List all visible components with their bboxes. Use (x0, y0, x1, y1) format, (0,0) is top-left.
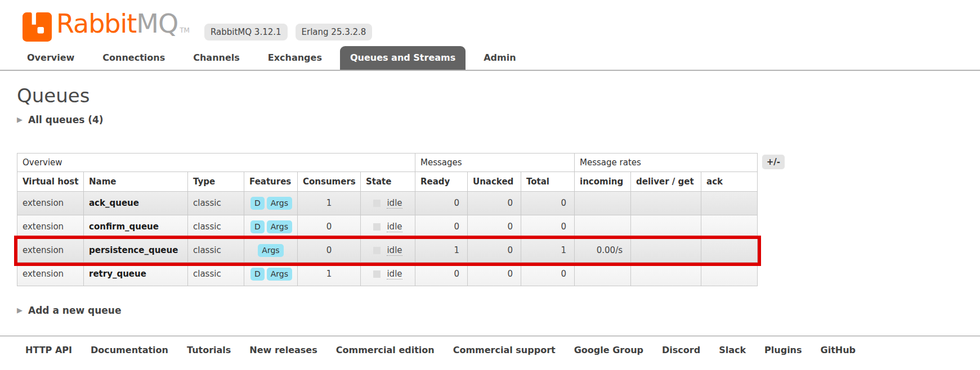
column-header-row: Virtual hostNameTypeFeaturesConsumersSta… (17, 172, 758, 192)
version-badge-rabbitmq-3-12-1: RabbitMQ 3.12.1 (204, 24, 288, 40)
column-header-total[interactable]: Total (521, 172, 575, 192)
queue-name-link[interactable]: ack_queue (89, 198, 139, 208)
type-cell: classic (188, 192, 244, 215)
consumers-cell: 0 (298, 239, 361, 263)
feature-badge-d: D (250, 268, 265, 281)
expand-arrow-icon: ▶ (17, 304, 23, 317)
column-group-row: OverviewMessagesMessage rates (17, 154, 758, 172)
rabbitmq-logo[interactable]: RabbitMQTM (23, 9, 190, 45)
unacked-cell: 0 (468, 239, 521, 263)
consumers-cell: 1 (298, 192, 361, 215)
state-cell: idle (361, 192, 415, 215)
features-cell: DArgs (244, 192, 298, 215)
queue-name-cell: retry_queue (84, 263, 188, 286)
queue-row-confirm-queue[interactable]: extensionconfirm_queueclassicDArgs0idle0… (17, 215, 758, 239)
footer-link-plugins[interactable]: Plugins (764, 345, 802, 355)
ready-cell: 0 (415, 263, 468, 286)
unacked-cell: 0 (468, 263, 521, 286)
add-queue-label: Add a new queue (28, 304, 122, 317)
state-label: idle (387, 222, 402, 232)
state-label: idle (387, 245, 402, 256)
vhost-cell: extension (17, 239, 84, 263)
brand-rabbit: Rabbit (56, 9, 136, 38)
state-label: idle (387, 198, 402, 209)
queue-row-ack-queue[interactable]: extensionack_queueclassicDArgs1idle000 (17, 192, 758, 215)
tab-overview[interactable]: Overview (17, 46, 84, 70)
ack-cell (701, 215, 758, 239)
column-header-consumers[interactable]: Consumers (298, 172, 361, 192)
all-queues-label: All queues (4) (28, 114, 104, 126)
ready-cell: 0 (415, 215, 468, 239)
footer-link-new-releases[interactable]: New releases (249, 345, 317, 355)
column-header-type[interactable]: Type (188, 172, 244, 192)
column-header-virtual-host[interactable]: Virtual host (17, 172, 84, 192)
feature-badge-d: D (250, 220, 265, 233)
tab-admin[interactable]: Admin (473, 46, 526, 70)
queue-name-link[interactable]: persistence_queue (89, 245, 178, 255)
feature-badge-args: Args (267, 197, 292, 210)
type-cell: classic (188, 263, 244, 286)
feature-badge-d: D (250, 197, 265, 210)
state-indicator-icon (373, 247, 381, 254)
feature-badge-args: Args (267, 268, 292, 281)
incoming-cell (575, 263, 631, 286)
type-cell: classic (188, 239, 244, 263)
brand-mq: MQ (136, 9, 178, 38)
all-queues-toggle[interactable]: ▶ All queues (4) (17, 114, 963, 126)
column-header-ready[interactable]: Ready (415, 172, 468, 192)
nav-tabs: OverviewConnectionsChannelsExchangesQueu… (0, 47, 980, 71)
footer-link-documentation[interactable]: Documentation (91, 345, 168, 355)
footer-link-github[interactable]: GitHub (821, 345, 856, 355)
state-cell: idle (361, 239, 415, 263)
footer-link-discord[interactable]: Discord (662, 345, 700, 355)
state-cell: idle (361, 215, 415, 239)
queue-name-link[interactable]: retry_queue (89, 269, 146, 279)
consumers-cell: 0 (298, 215, 361, 239)
queue-name-link[interactable]: confirm_queue (89, 222, 159, 232)
consumers-cell: 1 (298, 263, 361, 286)
footer-link-http-api[interactable]: HTTP API (25, 345, 72, 355)
add-queue-toggle[interactable]: ▶ Add a new queue (17, 304, 963, 317)
column-header-incoming[interactable]: incoming (575, 172, 631, 192)
type-cell: classic (188, 215, 244, 239)
queue-row-persistence-queue[interactable]: extensionpersistence_queueclassicArgs0id… (17, 239, 758, 263)
feature-badge-args: Args (258, 244, 283, 257)
feature-badge-args: Args (267, 220, 292, 233)
footer-link-tutorials[interactable]: Tutorials (187, 345, 231, 355)
expand-arrow-icon: ▶ (17, 114, 23, 126)
footer-link-slack[interactable]: Slack (719, 345, 746, 355)
ack-cell (701, 263, 758, 286)
column-header-features[interactable]: Features (244, 172, 298, 192)
tab-exchanges[interactable]: Exchanges (258, 46, 332, 70)
tab-channels[interactable]: Channels (183, 46, 250, 70)
total-cell: 0 (521, 263, 575, 286)
queue-row-retry-queue[interactable]: extensionretry_queueclassicDArgs1idle000 (17, 263, 758, 286)
ack-cell (701, 192, 758, 215)
queue-name-cell: ack_queue (84, 192, 188, 215)
column-header-name[interactable]: Name (84, 172, 188, 192)
deliver-get-cell (631, 239, 701, 263)
deliver-get-cell (631, 215, 701, 239)
incoming-cell (575, 192, 631, 215)
state-label: idle (387, 269, 402, 279)
rabbitmq-management-page: RabbitMQTM RabbitMQ 3.12.1Erlang 25.3.2.… (0, 0, 980, 370)
footer-link-google-group[interactable]: Google Group (574, 345, 643, 355)
queues-table: OverviewMessagesMessage rates Virtual ho… (17, 153, 758, 286)
deliver-get-cell (631, 263, 701, 286)
tab-connections[interactable]: Connections (92, 46, 175, 70)
footer-link-commercial-support[interactable]: Commercial support (453, 345, 556, 355)
total-cell: 0 (521, 192, 575, 215)
total-cell: 0 (521, 215, 575, 239)
queue-name-cell: confirm_queue (84, 215, 188, 239)
column-header-ack[interactable]: ack (701, 172, 758, 192)
header: RabbitMQTM RabbitMQ 3.12.1Erlang 25.3.2.… (0, 0, 980, 47)
column-header-unacked[interactable]: Unacked (468, 172, 521, 192)
state-indicator-icon (373, 200, 381, 207)
footer-link-commercial-edition[interactable]: Commercial edition (336, 345, 435, 355)
column-selector-button[interactable]: +/- (762, 155, 785, 169)
column-header-deliver-get[interactable]: deliver / get (631, 172, 701, 192)
state-indicator-icon (373, 223, 381, 231)
tab-queues-and-streams[interactable]: Queues and Streams (340, 46, 466, 70)
unacked-cell: 0 (468, 215, 521, 239)
column-header-state[interactable]: State (361, 172, 415, 192)
